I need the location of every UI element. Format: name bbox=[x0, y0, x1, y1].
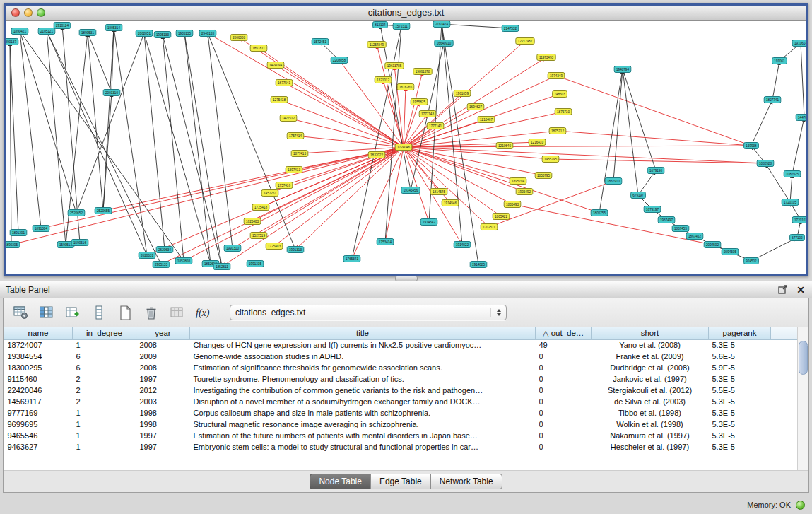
network-node[interactable]: 2620634 bbox=[156, 247, 173, 253]
table-cell[interactable]: Structural magnetic resonance image aver… bbox=[190, 419, 536, 430]
network-node[interactable]: 1814545 bbox=[430, 189, 447, 195]
network-node[interactable]: 1905133 bbox=[154, 32, 171, 38]
network-node[interactable]: 2105121 bbox=[38, 28, 55, 35]
table-cell[interactable]: Tourette syndrome. Phenomenology and cla… bbox=[190, 373, 536, 385]
column-header-6[interactable]: pagerank bbox=[709, 327, 771, 339]
table-cell[interactable]: 2 bbox=[73, 373, 136, 385]
network-node[interactable]: 1275418 bbox=[271, 97, 288, 103]
network-edge[interactable] bbox=[801, 43, 804, 117]
network-node[interactable]: 2940133 bbox=[199, 30, 216, 37]
network-node[interactable]: 1572311 bbox=[393, 23, 410, 30]
table-cell[interactable]: 5.9E-5 bbox=[709, 362, 771, 373]
network-edge[interactable] bbox=[751, 100, 772, 146]
table-cell[interactable]: 0 bbox=[536, 362, 592, 373]
network-node[interactable]: 191061 bbox=[772, 58, 787, 64]
network-node[interactable]: 1777141 bbox=[427, 123, 444, 129]
table-row[interactable]: 946554611997Estimation of the future num… bbox=[4, 430, 799, 441]
table-cell[interactable]: Corpus callosum shape and size in male p… bbox=[190, 407, 536, 419]
network-node[interactable]: 1616265 bbox=[397, 84, 414, 90]
delete-columns-icon[interactable] bbox=[167, 303, 187, 322]
network-edge[interactable] bbox=[163, 35, 184, 261]
table-cell[interactable]: Yano et al. (2008) bbox=[592, 339, 709, 351]
network-node[interactable]: 11973493 bbox=[537, 54, 555, 61]
table-cell[interactable]: 5.3E-5 bbox=[709, 419, 771, 430]
table-cell[interactable]: 0 bbox=[536, 419, 592, 430]
network-edge[interactable] bbox=[274, 147, 404, 246]
network-node[interactable]: 1832022 bbox=[368, 152, 385, 158]
network-edge[interactable] bbox=[404, 147, 551, 159]
table-cell[interactable]: Hescheler et al. (1997) bbox=[592, 441, 709, 452]
zoom-button[interactable] bbox=[37, 8, 45, 17]
network-node[interactable]: 1805422 bbox=[493, 214, 510, 220]
table-cell[interactable]: 18724007 bbox=[4, 339, 73, 351]
network-edge[interactable] bbox=[772, 61, 779, 100]
network-node[interactable]: 159938 bbox=[744, 143, 759, 149]
table-cell[interactable]: 2008 bbox=[136, 339, 190, 351]
close-panel-icon[interactable]: ✕ bbox=[795, 284, 806, 296]
tab-edge-table[interactable]: Edge Table bbox=[370, 474, 431, 489]
network-node[interactable]: 1852611 bbox=[213, 264, 230, 270]
minimize-button[interactable] bbox=[24, 8, 33, 17]
network-edge[interactable] bbox=[638, 170, 656, 195]
network-edge[interactable] bbox=[385, 26, 401, 242]
network-node[interactable]: 1967497 bbox=[658, 217, 675, 223]
table-cell[interactable]: 2008 bbox=[136, 362, 190, 373]
network-node[interactable]: 1961059 bbox=[454, 90, 471, 97]
table-cell[interactable]: 18300295 bbox=[4, 362, 73, 373]
network-node[interactable]: 1210467 bbox=[478, 117, 495, 123]
table-cell[interactable]: 2009 bbox=[136, 351, 190, 362]
table-cell[interactable]: 1 bbox=[73, 441, 136, 452]
table-cell[interactable]: 6 bbox=[73, 351, 136, 362]
network-node[interactable]: 1805755 bbox=[591, 210, 608, 216]
network-node[interactable]: 1955825 bbox=[411, 99, 428, 105]
network-node[interactable]: 1991315 bbox=[247, 261, 264, 267]
network-node[interactable]: 1890421 bbox=[11, 28, 28, 35]
table-cell[interactable]: 1 bbox=[73, 407, 136, 419]
network-edge[interactable] bbox=[295, 147, 404, 250]
network-edge[interactable] bbox=[259, 147, 404, 235]
table-cell[interactable]: 5.3E-5 bbox=[709, 396, 771, 407]
network-edge[interactable] bbox=[339, 60, 404, 147]
select-columns-icon[interactable] bbox=[37, 303, 57, 322]
function-builder-icon[interactable]: f(x) bbox=[194, 303, 213, 322]
network-edge[interactable] bbox=[613, 69, 623, 181]
network-node[interactable]: 2910124 bbox=[54, 23, 71, 29]
network-edge[interactable] bbox=[442, 24, 462, 245]
network-node[interactable]: 1875712 bbox=[549, 128, 566, 134]
network-node[interactable]: 1905314 bbox=[105, 25, 122, 31]
network-edge[interactable] bbox=[288, 118, 404, 147]
network-node[interactable]: 1677541 bbox=[276, 80, 293, 86]
table-cell[interactable]: 1997 bbox=[136, 430, 190, 441]
network-node[interactable]: 1852808 bbox=[175, 258, 192, 264]
network-node[interactable]: 19145456 bbox=[401, 187, 420, 194]
column-header-1[interactable]: in_degree bbox=[73, 327, 136, 339]
network-node[interactable]: 1890137 bbox=[6, 39, 18, 45]
column-header-2[interactable]: year bbox=[136, 327, 190, 339]
network-node[interactable]: 1867452 bbox=[686, 233, 703, 240]
network-edge[interactable] bbox=[76, 33, 144, 213]
network-node[interactable]: 1805493 bbox=[504, 201, 521, 208]
network-node[interactable]: 924502 bbox=[744, 258, 759, 264]
network-edge[interactable] bbox=[103, 93, 112, 211]
network-node[interactable]: 1757416 bbox=[276, 182, 293, 189]
table-cell[interactable]: Wolkin et al. (1998) bbox=[592, 419, 709, 430]
network-node[interactable]: 1867455 bbox=[672, 226, 689, 232]
network-node[interactable]: 1891301 bbox=[10, 230, 27, 236]
network-node[interactable]: 1679197 bbox=[644, 206, 661, 213]
network-node[interactable]: 1955795 bbox=[542, 156, 559, 163]
network-edge[interactable] bbox=[47, 31, 66, 245]
table-row[interactable]: 1456911722003Disruption of a novel membe… bbox=[4, 396, 799, 407]
table-cell[interactable]: 9465546 bbox=[4, 430, 73, 441]
network-node[interactable]: 1720105 bbox=[782, 199, 799, 206]
network-node[interactable]: 2147532 bbox=[502, 25, 519, 32]
table-cell[interactable]: 2012 bbox=[136, 385, 190, 396]
table-cell[interactable]: 1997 bbox=[136, 441, 190, 452]
table-cell[interactable]: Disruption of a novel member of a sodium… bbox=[190, 396, 536, 407]
table-cell[interactable]: Tibbo et al. (1998) bbox=[592, 407, 709, 419]
network-node[interactable]: 1905135 bbox=[176, 30, 193, 37]
network-node[interactable]: 1914546 bbox=[442, 200, 459, 206]
table-cell[interactable]: Estimation of the future numbers of pati… bbox=[190, 430, 536, 441]
network-edge[interactable] bbox=[558, 131, 751, 146]
network-node[interactable]: 19861378 bbox=[413, 69, 432, 75]
network-edge[interactable] bbox=[394, 66, 404, 147]
